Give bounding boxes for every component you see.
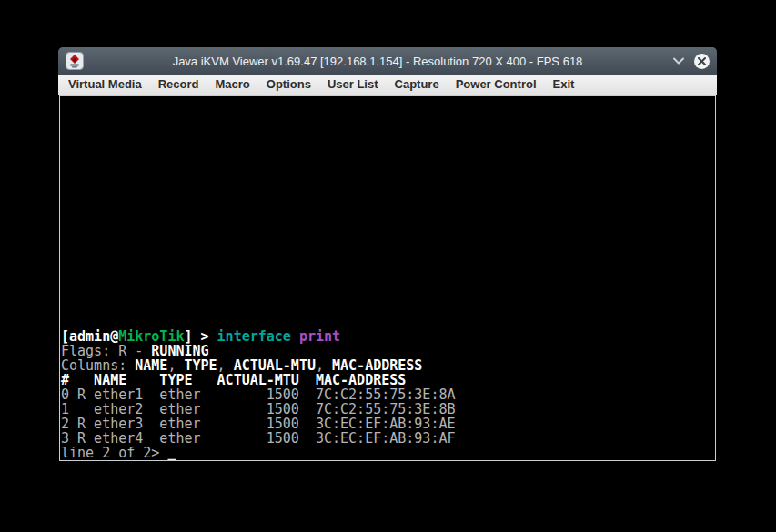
terminal-line: 0 R ether1 ether 1500 7C:C2:55:75:3E:8A	[61, 387, 715, 402]
menu-item-record[interactable]: Record	[150, 75, 207, 95]
menu-item-macro[interactable]: Macro	[207, 75, 257, 95]
menu-bar: Virtual MediaRecordMacroOptionsUser List…	[58, 75, 717, 95]
terminal-line: Columns: NAME, TYPE, ACTUAL-MTU, MAC-ADD…	[61, 358, 715, 373]
menu-item-power-control[interactable]: Power Control	[448, 75, 545, 95]
ikvm-app-icon	[66, 52, 84, 70]
terminal-text-segment: line 2 of 2>	[61, 445, 167, 461]
terminal-line: # NAME TYPE ACTUAL-MTU MAC-ADDRESS	[61, 373, 715, 387]
terminal-content: [admin@MikroTik] > interface printFlags:…	[60, 96, 715, 460]
terminal-line: 1 ether2 ether 1500 7C:C2:55:75:3E:8B	[61, 402, 715, 417]
close-button[interactable]	[694, 54, 710, 69]
terminal-line: Flags: R - RUNNING	[61, 344, 715, 358]
terminal-line: 2 R ether3 ether 1500 3C:EC:EF:AB:93:AE	[61, 417, 715, 431]
terminal-text-segment: _	[167, 445, 176, 461]
terminal-text-segment: interface	[217, 328, 299, 345]
menu-item-virtual-media[interactable]: Virtual Media	[60, 75, 150, 95]
window-titlebar[interactable]: Java iKVM Viewer v1.69.47 [192.168.1.154…	[58, 47, 717, 75]
terminal-text-segment: print	[299, 328, 340, 345]
terminal-line: 3 R ether4 ether 1500 3C:EC:EF:AB:93:AF	[61, 431, 715, 446]
chevron-down-icon[interactable]	[671, 54, 686, 68]
menu-item-options[interactable]: Options	[258, 75, 319, 95]
menu-item-capture[interactable]: Capture	[387, 75, 448, 95]
menu-item-user-list[interactable]: User List	[319, 75, 387, 95]
remote-console-screen[interactable]: [admin@MikroTik] > interface printFlags:…	[59, 95, 716, 461]
close-x-icon	[698, 57, 706, 65]
terminal-line: line 2 of 2> _	[61, 446, 715, 460]
window-controls	[671, 54, 710, 69]
window-title: Java iKVM Viewer v1.69.47 [192.168.1.154…	[84, 55, 671, 68]
remote-screen-viewer: [admin@MikroTik] > interface printFlags:…	[58, 95, 717, 461]
menu-item-exit[interactable]: Exit	[545, 75, 583, 95]
ikvm-viewer-window: Java iKVM Viewer v1.69.47 [192.168.1.154…	[58, 47, 717, 461]
terminal-line: [admin@MikroTik] > interface print	[61, 329, 715, 344]
